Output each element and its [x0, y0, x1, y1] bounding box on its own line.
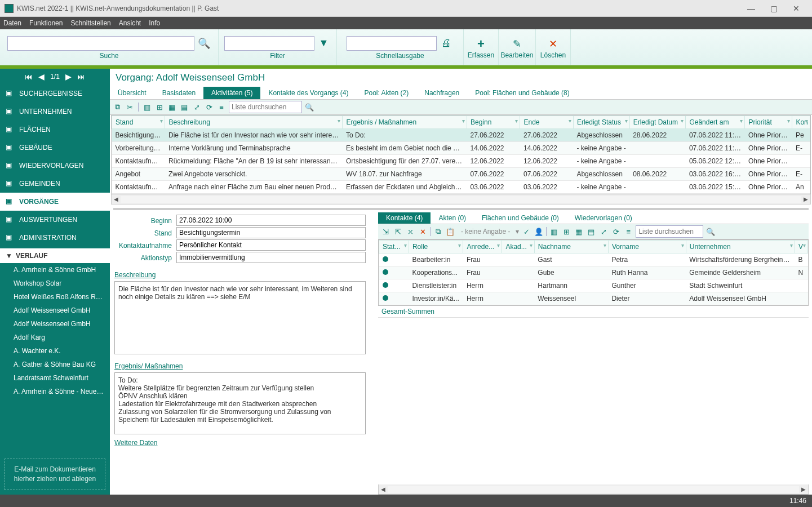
refresh2-icon[interactable]: ⟳	[611, 226, 621, 237]
column-header[interactable]: Kon▾	[792, 116, 810, 129]
table-row[interactable]: Investor:in/Kä...HerrnWeissenseelDieterA…	[379, 292, 808, 305]
check-icon[interactable]: ✓	[521, 226, 531, 237]
filter-icon[interactable]: ▾	[569, 118, 571, 124]
column-header[interactable]: Geändert am▾	[686, 116, 745, 129]
ergebnis-textarea[interactable]: To Do:Weitere Stellplätze für begrenzten…	[114, 372, 366, 434]
menu-daten[interactable]: Daten	[3, 19, 21, 27]
verlauf-item[interactable]: A. Gather & Söhne Bau KG	[0, 358, 110, 371]
sidebar-item-7[interactable]: ▣AUSWERTUNGEN	[0, 211, 110, 229]
menu-info[interactable]: Info	[149, 19, 160, 27]
table-row[interactable]: Dienstleister:inHerrnHartmannGuntherStad…	[379, 279, 808, 292]
filter-icon[interactable]: ▾	[787, 118, 790, 124]
email-dropzone[interactable]: E-Mail zum Dokumentieren hierher ziehen …	[5, 459, 105, 490]
copy2-icon[interactable]: ⧉	[433, 226, 443, 237]
sidebar-item-4[interactable]: ▣WIEDERVORLAGEN	[0, 157, 110, 175]
filter-icon[interactable]: ▾	[625, 118, 628, 124]
filter-icon[interactable]: ▾	[740, 118, 743, 124]
column-header[interactable]: Akad...▾	[502, 241, 534, 254]
schnell-input[interactable]	[347, 36, 437, 51]
verlauf-header[interactable]: ▼ VERLAUF	[0, 248, 110, 263]
nav-last-icon[interactable]: ⏭	[77, 72, 85, 81]
excel2-icon[interactable]: ▦	[574, 226, 584, 237]
copy-icon[interactable]: ⧉	[112, 102, 122, 112]
columns-icon[interactable]: ▥	[142, 102, 152, 112]
close-button[interactable]: ✕	[785, 0, 807, 17]
filter-icon[interactable]: ▾	[604, 242, 606, 248]
nav-next-icon[interactable]: ▶	[65, 72, 72, 81]
layout-icon[interactable]: ▤	[179, 102, 189, 112]
tab[interactable]: Aktivitäten (5)	[203, 87, 260, 99]
verlauf-item[interactable]: Workshop Solar	[0, 277, 110, 290]
kontakt-search-icon[interactable]: 🔍	[705, 226, 716, 237]
layout2-icon[interactable]: ▤	[586, 226, 596, 237]
loeschen-label[interactable]: Löschen	[540, 51, 566, 59]
grid-search-input[interactable]	[229, 101, 302, 113]
grid-hscroll[interactable]: ◀ ▶	[111, 194, 811, 204]
verlauf-item[interactable]: A. Amrhein & Söhne - Neue Pr...	[0, 385, 110, 398]
sidebar-item-2[interactable]: ▣FLÄCHEN	[0, 121, 110, 139]
minimize-button[interactable]: —	[740, 0, 762, 17]
kscroll-right-icon[interactable]: ▶	[799, 486, 808, 492]
link-add-icon[interactable]: ⇱	[393, 226, 403, 237]
column-header[interactable]: Anrede...▾	[463, 241, 502, 254]
menu-funktionen[interactable]: Funktionen	[29, 19, 63, 27]
filter-icon[interactable]: ▾	[530, 242, 533, 248]
verlauf-item[interactable]: Landratsamt Schweinfurt	[0, 371, 110, 385]
expand-icon[interactable]: ⤢	[192, 102, 202, 112]
sidebar-item-3[interactable]: ▣GEBÄUDE	[0, 139, 110, 157]
nav-first-icon[interactable]: ⏮	[25, 72, 33, 81]
col-add2-icon[interactable]: ⊞	[561, 226, 571, 237]
column-add-icon[interactable]: ⊞	[154, 102, 165, 112]
menu-schnittstellen[interactable]: Schnittstellen	[70, 19, 110, 27]
filter-icon[interactable]: ▾	[681, 118, 684, 124]
columns2-icon[interactable]: ▥	[549, 226, 559, 237]
export-excel-icon[interactable]: ▦	[167, 102, 177, 112]
refresh-icon[interactable]: ⟳	[204, 102, 214, 112]
link-icon[interactable]: ⇲	[380, 226, 391, 237]
filter-icon[interactable]: ▾	[462, 118, 465, 124]
filter-icon[interactable]: ▾	[803, 242, 806, 248]
beginn-field[interactable]	[176, 215, 366, 226]
filter-icon[interactable]: ▼	[317, 36, 331, 51]
search-icon[interactable]: 🔍	[197, 36, 211, 51]
column-header[interactable]: Unternehmen▾	[686, 241, 795, 254]
kontakt-hscroll[interactable]: ◀ ▶	[378, 484, 809, 495]
cut-icon[interactable]: ✂	[125, 102, 135, 112]
stand-field[interactable]	[176, 227, 366, 238]
aktionstyp-field[interactable]	[176, 252, 366, 263]
sidebar-item-6[interactable]: ▣VORGÄNGE	[0, 193, 110, 211]
column-header[interactable]: Beginn▾	[467, 116, 520, 129]
menu-ansicht[interactable]: Ansicht	[119, 19, 141, 27]
table-row[interactable]: Besichtigungst...Die Fläche ist für den …	[112, 129, 810, 142]
angabe-select[interactable]: - keine Angabe -	[458, 228, 513, 235]
column-header[interactable]: Rolle▾	[409, 241, 463, 254]
tab[interactable]: Nachfragen	[416, 87, 467, 99]
grid-search-icon[interactable]: 🔍	[304, 102, 314, 112]
search-input[interactable]	[7, 36, 194, 51]
column-header[interactable]: Ergebnis / Maßnahmen▾	[343, 116, 467, 129]
kontakt-search-input[interactable]	[636, 225, 703, 238]
scroll-right-icon[interactable]: ▶	[801, 196, 810, 202]
delete-row-icon[interactable]: ✕	[418, 226, 428, 237]
sub-tab[interactable]: Flächen und Gebäude (0)	[474, 212, 567, 224]
column-header[interactable]: Erledigt Datum▾	[629, 116, 686, 129]
erfassen-label[interactable]: Erfassen	[468, 51, 494, 59]
tab[interactable]: Übersicht	[110, 87, 154, 99]
column-header[interactable]: Beschreibung▾	[165, 116, 343, 129]
filter-icon[interactable]: ▾	[404, 242, 407, 248]
tab[interactable]: Kontakte des Vorgangs (4)	[260, 87, 356, 99]
column-header[interactable]: Stand▾	[112, 116, 165, 129]
beschreibung-textarea[interactable]: Die Fläche ist für den Investor nach wie…	[114, 281, 366, 354]
filter-icon[interactable]: ▾	[497, 242, 500, 248]
sidebar-item-0[interactable]: ▣SUCHERGEBNISSE	[0, 84, 110, 103]
column-header[interactable]: Stat...▾	[379, 241, 409, 254]
nav-prev-icon[interactable]: ◀	[38, 72, 45, 81]
print-icon[interactable]: 🖨	[439, 36, 454, 51]
expand2-icon[interactable]: ⤢	[598, 226, 609, 237]
maximize-button[interactable]: ▢	[762, 0, 785, 17]
remove-link-icon[interactable]: ⤫	[405, 226, 415, 237]
verlauf-item[interactable]: Adolf Weissenseel GmbH	[0, 317, 110, 331]
scroll-left-icon[interactable]: ◀	[112, 196, 121, 202]
column-header[interactable]: Ende▾	[520, 116, 573, 129]
column-header[interactable]: Priorität▾	[745, 116, 792, 129]
